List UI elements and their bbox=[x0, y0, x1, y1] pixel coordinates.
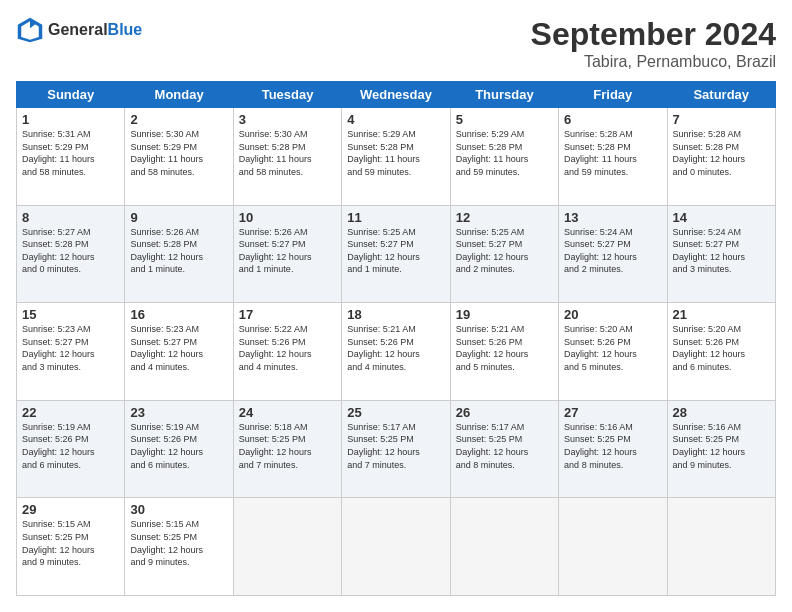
day-info: Sunrise: 5:17 AM Sunset: 5:25 PM Dayligh… bbox=[456, 421, 553, 471]
day-number: 2 bbox=[130, 112, 227, 127]
day-number: 10 bbox=[239, 210, 336, 225]
day-info: Sunrise: 5:19 AM Sunset: 5:26 PM Dayligh… bbox=[130, 421, 227, 471]
day-number: 11 bbox=[347, 210, 444, 225]
calendar-day-cell: 19Sunrise: 5:21 AM Sunset: 5:26 PM Dayli… bbox=[450, 303, 558, 401]
calendar-day-cell: 13Sunrise: 5:24 AM Sunset: 5:27 PM Dayli… bbox=[559, 205, 667, 303]
calendar-day-cell: 12Sunrise: 5:25 AM Sunset: 5:27 PM Dayli… bbox=[450, 205, 558, 303]
calendar-day-cell: 8Sunrise: 5:27 AM Sunset: 5:28 PM Daylig… bbox=[17, 205, 125, 303]
title-block: September 2024 Tabira, Pernambuco, Brazi… bbox=[531, 16, 776, 71]
day-info: Sunrise: 5:30 AM Sunset: 5:28 PM Dayligh… bbox=[239, 128, 336, 178]
day-info: Sunrise: 5:27 AM Sunset: 5:28 PM Dayligh… bbox=[22, 226, 119, 276]
day-number: 5 bbox=[456, 112, 553, 127]
day-number: 8 bbox=[22, 210, 119, 225]
day-number: 29 bbox=[22, 502, 119, 517]
col-thursday: Thursday bbox=[450, 82, 558, 108]
calendar-day-cell: 4Sunrise: 5:29 AM Sunset: 5:28 PM Daylig… bbox=[342, 108, 450, 206]
calendar-day-cell bbox=[233, 498, 341, 596]
calendar-day-cell bbox=[342, 498, 450, 596]
day-info: Sunrise: 5:21 AM Sunset: 5:26 PM Dayligh… bbox=[456, 323, 553, 373]
calendar-week-row: 29Sunrise: 5:15 AM Sunset: 5:25 PM Dayli… bbox=[17, 498, 776, 596]
day-info: Sunrise: 5:29 AM Sunset: 5:28 PM Dayligh… bbox=[456, 128, 553, 178]
calendar-day-cell bbox=[450, 498, 558, 596]
calendar-day-cell: 9Sunrise: 5:26 AM Sunset: 5:28 PM Daylig… bbox=[125, 205, 233, 303]
calendar-day-cell: 10Sunrise: 5:26 AM Sunset: 5:27 PM Dayli… bbox=[233, 205, 341, 303]
calendar-day-cell bbox=[667, 498, 775, 596]
day-number: 9 bbox=[130, 210, 227, 225]
header: GeneralBlue September 2024 Tabira, Perna… bbox=[16, 16, 776, 71]
calendar-day-cell: 21Sunrise: 5:20 AM Sunset: 5:26 PM Dayli… bbox=[667, 303, 775, 401]
calendar-day-cell: 22Sunrise: 5:19 AM Sunset: 5:26 PM Dayli… bbox=[17, 400, 125, 498]
calendar-day-cell: 7Sunrise: 5:28 AM Sunset: 5:28 PM Daylig… bbox=[667, 108, 775, 206]
day-number: 6 bbox=[564, 112, 661, 127]
day-number: 25 bbox=[347, 405, 444, 420]
day-number: 30 bbox=[130, 502, 227, 517]
calendar-day-cell: 29Sunrise: 5:15 AM Sunset: 5:25 PM Dayli… bbox=[17, 498, 125, 596]
col-monday: Monday bbox=[125, 82, 233, 108]
col-wednesday: Wednesday bbox=[342, 82, 450, 108]
day-info: Sunrise: 5:30 AM Sunset: 5:29 PM Dayligh… bbox=[130, 128, 227, 178]
day-info: Sunrise: 5:22 AM Sunset: 5:26 PM Dayligh… bbox=[239, 323, 336, 373]
day-info: Sunrise: 5:19 AM Sunset: 5:26 PM Dayligh… bbox=[22, 421, 119, 471]
day-info: Sunrise: 5:25 AM Sunset: 5:27 PM Dayligh… bbox=[347, 226, 444, 276]
day-info: Sunrise: 5:16 AM Sunset: 5:25 PM Dayligh… bbox=[564, 421, 661, 471]
day-number: 26 bbox=[456, 405, 553, 420]
day-number: 15 bbox=[22, 307, 119, 322]
day-info: Sunrise: 5:24 AM Sunset: 5:27 PM Dayligh… bbox=[564, 226, 661, 276]
main-title: September 2024 bbox=[531, 16, 776, 53]
col-friday: Friday bbox=[559, 82, 667, 108]
col-tuesday: Tuesday bbox=[233, 82, 341, 108]
logo: GeneralBlue bbox=[16, 16, 142, 44]
day-number: 27 bbox=[564, 405, 661, 420]
day-number: 16 bbox=[130, 307, 227, 322]
calendar-day-cell: 11Sunrise: 5:25 AM Sunset: 5:27 PM Dayli… bbox=[342, 205, 450, 303]
day-info: Sunrise: 5:28 AM Sunset: 5:28 PM Dayligh… bbox=[673, 128, 770, 178]
calendar-week-row: 22Sunrise: 5:19 AM Sunset: 5:26 PM Dayli… bbox=[17, 400, 776, 498]
logo-text: GeneralBlue bbox=[48, 21, 142, 39]
calendar-week-row: 8Sunrise: 5:27 AM Sunset: 5:28 PM Daylig… bbox=[17, 205, 776, 303]
calendar-day-cell bbox=[559, 498, 667, 596]
day-number: 1 bbox=[22, 112, 119, 127]
day-info: Sunrise: 5:16 AM Sunset: 5:25 PM Dayligh… bbox=[673, 421, 770, 471]
calendar-day-cell: 5Sunrise: 5:29 AM Sunset: 5:28 PM Daylig… bbox=[450, 108, 558, 206]
calendar-week-row: 1Sunrise: 5:31 AM Sunset: 5:29 PM Daylig… bbox=[17, 108, 776, 206]
day-number: 21 bbox=[673, 307, 770, 322]
day-info: Sunrise: 5:18 AM Sunset: 5:25 PM Dayligh… bbox=[239, 421, 336, 471]
day-info: Sunrise: 5:25 AM Sunset: 5:27 PM Dayligh… bbox=[456, 226, 553, 276]
calendar-day-cell: 17Sunrise: 5:22 AM Sunset: 5:26 PM Dayli… bbox=[233, 303, 341, 401]
calendar-day-cell: 24Sunrise: 5:18 AM Sunset: 5:25 PM Dayli… bbox=[233, 400, 341, 498]
calendar-day-cell: 15Sunrise: 5:23 AM Sunset: 5:27 PM Dayli… bbox=[17, 303, 125, 401]
page: GeneralBlue September 2024 Tabira, Perna… bbox=[0, 0, 792, 612]
day-number: 14 bbox=[673, 210, 770, 225]
day-info: Sunrise: 5:24 AM Sunset: 5:27 PM Dayligh… bbox=[673, 226, 770, 276]
subtitle: Tabira, Pernambuco, Brazil bbox=[531, 53, 776, 71]
day-number: 7 bbox=[673, 112, 770, 127]
day-info: Sunrise: 5:26 AM Sunset: 5:27 PM Dayligh… bbox=[239, 226, 336, 276]
calendar-day-cell: 1Sunrise: 5:31 AM Sunset: 5:29 PM Daylig… bbox=[17, 108, 125, 206]
calendar-day-cell: 6Sunrise: 5:28 AM Sunset: 5:28 PM Daylig… bbox=[559, 108, 667, 206]
calendar-week-row: 15Sunrise: 5:23 AM Sunset: 5:27 PM Dayli… bbox=[17, 303, 776, 401]
day-info: Sunrise: 5:28 AM Sunset: 5:28 PM Dayligh… bbox=[564, 128, 661, 178]
calendar-day-cell: 27Sunrise: 5:16 AM Sunset: 5:25 PM Dayli… bbox=[559, 400, 667, 498]
calendar-day-cell: 26Sunrise: 5:17 AM Sunset: 5:25 PM Dayli… bbox=[450, 400, 558, 498]
col-sunday: Sunday bbox=[17, 82, 125, 108]
day-number: 17 bbox=[239, 307, 336, 322]
day-number: 19 bbox=[456, 307, 553, 322]
day-info: Sunrise: 5:23 AM Sunset: 5:27 PM Dayligh… bbox=[130, 323, 227, 373]
day-info: Sunrise: 5:21 AM Sunset: 5:26 PM Dayligh… bbox=[347, 323, 444, 373]
day-number: 13 bbox=[564, 210, 661, 225]
calendar-table: Sunday Monday Tuesday Wednesday Thursday… bbox=[16, 81, 776, 596]
day-info: Sunrise: 5:29 AM Sunset: 5:28 PM Dayligh… bbox=[347, 128, 444, 178]
day-number: 4 bbox=[347, 112, 444, 127]
day-number: 18 bbox=[347, 307, 444, 322]
day-number: 28 bbox=[673, 405, 770, 420]
calendar-day-cell: 30Sunrise: 5:15 AM Sunset: 5:25 PM Dayli… bbox=[125, 498, 233, 596]
day-info: Sunrise: 5:15 AM Sunset: 5:25 PM Dayligh… bbox=[130, 518, 227, 568]
calendar-day-cell: 14Sunrise: 5:24 AM Sunset: 5:27 PM Dayli… bbox=[667, 205, 775, 303]
calendar-day-cell: 23Sunrise: 5:19 AM Sunset: 5:26 PM Dayli… bbox=[125, 400, 233, 498]
day-info: Sunrise: 5:31 AM Sunset: 5:29 PM Dayligh… bbox=[22, 128, 119, 178]
calendar-day-cell: 20Sunrise: 5:20 AM Sunset: 5:26 PM Dayli… bbox=[559, 303, 667, 401]
day-info: Sunrise: 5:20 AM Sunset: 5:26 PM Dayligh… bbox=[673, 323, 770, 373]
day-info: Sunrise: 5:20 AM Sunset: 5:26 PM Dayligh… bbox=[564, 323, 661, 373]
calendar-day-cell: 28Sunrise: 5:16 AM Sunset: 5:25 PM Dayli… bbox=[667, 400, 775, 498]
day-number: 24 bbox=[239, 405, 336, 420]
